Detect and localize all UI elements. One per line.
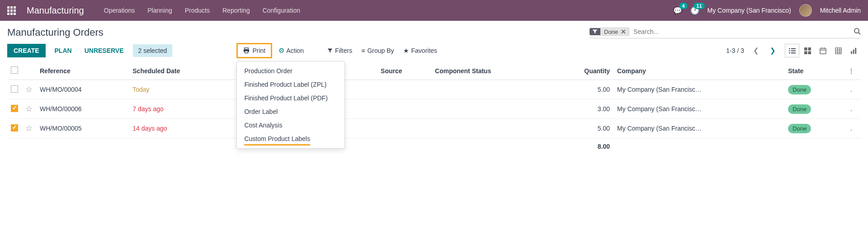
- print-custom-labels[interactable]: Custom Product Labels: [244, 132, 310, 146]
- view-calendar[interactable]: [816, 44, 830, 57]
- filters-button[interactable]: Filters: [327, 47, 352, 54]
- activities-badge: 11: [693, 3, 704, 9]
- svg-line-1: [859, 33, 860, 34]
- filter-remove-icon[interactable]: ✕: [621, 28, 626, 35]
- toolbar-filters: Filters ≡ Group By ★ Favorites: [327, 47, 437, 54]
- filters-label: Filters: [335, 47, 352, 54]
- view-graph[interactable]: [846, 44, 861, 57]
- filter-icon: [327, 48, 333, 53]
- print-finished-pdf[interactable]: Finished Product Label (PDF): [237, 91, 344, 105]
- pager-prev[interactable]: ❮: [751, 45, 761, 56]
- filter-tag-done: Done ✕: [600, 27, 630, 36]
- list-icon: [789, 47, 796, 54]
- filter-icon-tag: [590, 28, 600, 35]
- cell-component-status: [431, 99, 552, 119]
- star-icon[interactable]: ☆: [25, 124, 33, 133]
- title-row: Manufacturing Orders Done ✕: [7, 26, 861, 38]
- svg-point-0: [854, 28, 859, 33]
- cell-quantity: 3.00: [552, 99, 614, 119]
- navbar-left: Manufacturing Operations Planning Produc…: [7, 5, 300, 16]
- svg-rect-12: [808, 47, 811, 51]
- brand-title[interactable]: Manufacturing: [27, 5, 84, 16]
- state-badge: Done: [788, 85, 811, 94]
- print-order-label[interactable]: Order Label: [237, 105, 344, 118]
- cell-trailing: .: [842, 119, 861, 138]
- print-cost-analysis[interactable]: Cost Analysis: [237, 118, 344, 132]
- print-icon: [243, 47, 250, 54]
- avatar[interactable]: [799, 4, 812, 17]
- view-list[interactable]: [785, 44, 799, 57]
- nav-operations[interactable]: Operations: [104, 7, 135, 14]
- nav-planning[interactable]: Planning: [147, 7, 172, 14]
- table-row[interactable]: ☆ WH/MO/00004 Today [FURN_8855] Drawer v…: [7, 80, 861, 99]
- nav-products[interactable]: Products: [185, 7, 210, 14]
- state-badge: Done: [788, 104, 811, 114]
- print-label: Print: [252, 47, 265, 54]
- messages-button[interactable]: 💬 4: [673, 6, 682, 15]
- cell-source: [377, 80, 431, 99]
- col-state[interactable]: State: [784, 62, 842, 80]
- col-quantity[interactable]: Quantity: [552, 62, 614, 80]
- print-dropdown: Production Order Finished Product Label …: [236, 61, 345, 149]
- cell-date: Today: [132, 86, 149, 93]
- cell-company: My Company (San Francisc…: [613, 99, 784, 119]
- row-checkbox[interactable]: [11, 105, 18, 112]
- select-all-checkbox[interactable]: [11, 66, 18, 74]
- calendar-icon: [820, 47, 826, 54]
- unreserve-button[interactable]: UNRESERVE: [81, 44, 127, 57]
- activities-button[interactable]: 🕐 11: [690, 6, 699, 15]
- groupby-label: Group By: [367, 47, 394, 54]
- cell-trailing: .: [842, 99, 861, 119]
- star-icon[interactable]: ☆: [25, 85, 33, 94]
- pager-next[interactable]: ❯: [768, 45, 778, 56]
- col-company[interactable]: Company: [613, 62, 784, 80]
- svg-rect-2: [245, 48, 249, 50]
- apps-icon[interactable]: [7, 6, 16, 15]
- cell-company: My Company (San Francisc…: [613, 80, 784, 99]
- messages-badge: 4: [679, 3, 687, 9]
- cell-quantity: 5.00: [552, 119, 614, 138]
- table-row[interactable]: ☆ WH/MO/00006 7 days ago [FURN_8855] Dra…: [7, 99, 861, 119]
- print-production-order[interactable]: Production Order: [237, 64, 344, 78]
- kanban-icon: [804, 47, 811, 54]
- column-options-icon[interactable]: ⋮: [845, 67, 857, 75]
- selected-count[interactable]: 2 selected: [133, 44, 173, 57]
- col-component-status[interactable]: Component Status: [431, 62, 552, 80]
- nav-reporting[interactable]: Reporting: [222, 7, 250, 14]
- print-finished-zpl[interactable]: Finished Product Label (ZPL): [237, 78, 344, 91]
- row-checkbox[interactable]: [11, 124, 18, 132]
- view-switcher: [785, 44, 861, 57]
- search-bar: Done ✕: [590, 26, 861, 38]
- row-checkbox[interactable]: [11, 85, 18, 93]
- action-button[interactable]: ⚙ Action: [278, 47, 304, 55]
- col-source[interactable]: Source: [377, 62, 431, 80]
- cell-reference: WH/MO/00005: [36, 119, 129, 138]
- col-reference[interactable]: Reference: [36, 62, 129, 80]
- svg-rect-14: [808, 51, 811, 54]
- cell-source: [377, 99, 431, 119]
- svg-rect-9: [789, 52, 790, 53]
- print-button[interactable]: Print: [236, 43, 272, 58]
- table-row[interactable]: ☆ WH/MO/00005 14 days ago [FURN_8855] Dr…: [7, 119, 861, 138]
- pager-text[interactable]: 1-3 / 3: [726, 47, 744, 54]
- cell-reference: WH/MO/00004: [36, 80, 129, 99]
- cell-reference: WH/MO/00006: [36, 99, 129, 119]
- create-button[interactable]: CREATE: [7, 44, 46, 57]
- table-footer-row: 8.00: [7, 138, 861, 155]
- col-scheduled-date[interactable]: Scheduled Date: [129, 62, 232, 80]
- search-input[interactable]: [630, 26, 854, 37]
- view-kanban[interactable]: [800, 44, 815, 57]
- svg-rect-7: [789, 50, 790, 51]
- cell-date: 7 days ago: [132, 105, 164, 113]
- nav-configuration[interactable]: Configuration: [263, 7, 300, 14]
- user-menu[interactable]: Mitchell Admin: [820, 7, 861, 14]
- company-selector[interactable]: My Company (San Francisco): [708, 7, 791, 14]
- favorites-button[interactable]: ★ Favorites: [403, 47, 438, 54]
- groupby-icon: ≡: [361, 47, 365, 54]
- plan-button[interactable]: PLAN: [51, 44, 75, 57]
- action-label: Action: [286, 47, 304, 54]
- view-pivot[interactable]: [831, 44, 845, 57]
- search-icon[interactable]: [854, 28, 861, 36]
- groupby-button[interactable]: ≡ Group By: [361, 47, 394, 54]
- star-icon[interactable]: ☆: [25, 104, 33, 113]
